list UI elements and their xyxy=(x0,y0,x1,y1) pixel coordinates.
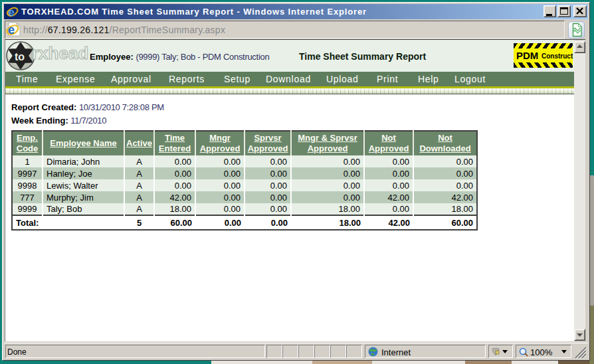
svg-text:e: e xyxy=(8,23,15,37)
svg-text:to: to xyxy=(15,51,25,62)
svg-text:e: e xyxy=(8,6,14,17)
